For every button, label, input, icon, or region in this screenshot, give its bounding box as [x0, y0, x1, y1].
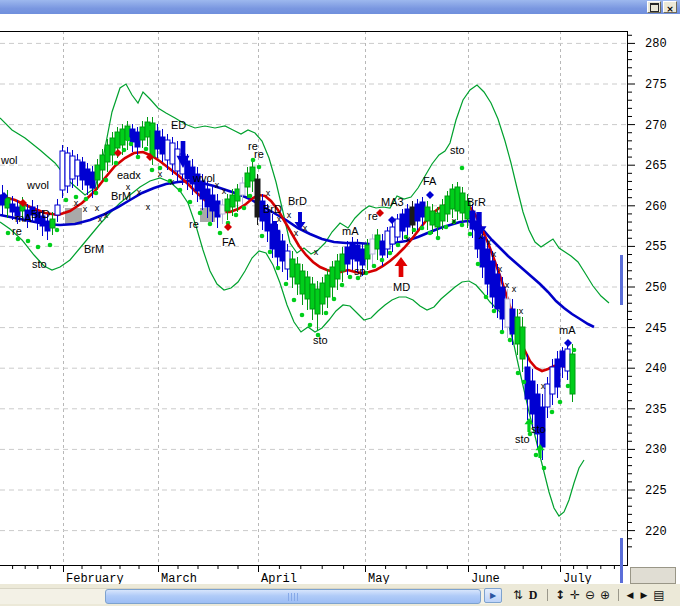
svg-text:BrD: BrD: [31, 208, 50, 220]
svg-text:BrM: BrM: [111, 190, 131, 202]
toolbar-separator: [618, 589, 619, 601]
signal-arrows: [177, 141, 545, 458]
close-icon: ×: [666, 4, 674, 14]
svg-text:BrD: BrD: [263, 203, 282, 215]
bottom-toolbar: ▶ ⇅ D ↕ ✛ ⊖ ⊕ ◀ ▶ ▤: [0, 584, 680, 606]
edge-marker: [620, 538, 623, 583]
right-arrow-icon: ▶: [490, 591, 496, 600]
svg-text:sp: sp: [354, 265, 366, 277]
price-label: 275: [645, 78, 667, 92]
svg-text:x: x: [505, 280, 510, 290]
h-scrollbar-thumb[interactable]: [105, 589, 481, 604]
zoom-out-icon[interactable]: ⊖: [582, 587, 598, 603]
titlebar[interactable]: ×: [0, 0, 680, 14]
svg-text:x: x: [98, 214, 103, 224]
price-label: 260: [645, 200, 667, 214]
daily-period-icon[interactable]: D: [525, 587, 541, 603]
x-axis: FebruaryMarchAprilMayJuneJuly: [0, 565, 628, 586]
scrollbar-grip-icon: [288, 593, 298, 601]
chart-window: × xxxxxxxxxxxxxxxxxxxxxxxxxxxxwolwvolmAB…: [0, 0, 680, 606]
svg-text:x: x: [287, 210, 292, 220]
svg-text:sto: sto: [313, 334, 328, 346]
restore-button[interactable]: [647, 1, 661, 13]
svg-text:sto: sto: [515, 433, 530, 445]
svg-text:x: x: [512, 284, 517, 294]
svg-text:wvol: wvol: [26, 179, 49, 191]
svg-text:MA3: MA3: [381, 196, 404, 208]
svg-text:re: re: [12, 225, 22, 237]
axis-corner-box: [630, 567, 676, 584]
zoom-in-icon[interactable]: ⊕: [597, 587, 613, 603]
svg-text:BrM: BrM: [84, 243, 104, 255]
svg-text:re: re: [368, 210, 378, 222]
price-label: 250: [645, 281, 667, 295]
restore-icon: [650, 3, 659, 12]
svg-text:wvol: wvol: [192, 172, 215, 184]
svg-text:x: x: [519, 306, 524, 316]
svg-text:x: x: [498, 264, 503, 274]
svg-text:re: re: [189, 218, 199, 230]
svg-text:x: x: [314, 247, 319, 257]
svg-text:BrD: BrD: [288, 195, 307, 207]
price-label: 220: [645, 525, 667, 539]
price-label: 225: [645, 484, 667, 498]
svg-text:x: x: [83, 204, 88, 214]
scale-toggle-icon[interactable]: ⇅: [510, 587, 526, 603]
svg-text:x: x: [452, 216, 457, 226]
svg-text:x: x: [137, 187, 142, 197]
price-label: 280: [645, 37, 667, 51]
y-axis: 280275270265260255250245240235230225220: [627, 31, 680, 565]
price-label: 255: [645, 240, 667, 254]
svg-text:x: x: [294, 228, 299, 238]
svg-text:x: x: [74, 198, 79, 208]
svg-text:sto: sto: [531, 423, 546, 435]
next-icon[interactable]: ▶: [636, 587, 652, 603]
svg-text:BrR: BrR: [467, 196, 486, 208]
chart-canvas[interactable]: xxxxxxxxxxxxxxxxxxxxxxxxxxxxwolwvolmABrD…: [0, 31, 628, 565]
svg-text:x: x: [266, 188, 271, 198]
svg-text:x: x: [406, 234, 411, 244]
window-menu-icon[interactable]: ▤: [651, 587, 667, 603]
price-label: 265: [645, 159, 667, 173]
pan-icon[interactable]: ✛: [567, 587, 583, 603]
price-label: 240: [645, 362, 667, 376]
svg-text:mA: mA: [15, 212, 32, 224]
svg-text:MD: MD: [393, 281, 410, 293]
svg-text:FA: FA: [423, 175, 437, 187]
svg-text:x: x: [487, 237, 492, 247]
toolbar-separator: [547, 589, 548, 601]
svg-text:re: re: [254, 148, 264, 160]
close-button[interactable]: ×: [663, 1, 677, 13]
fit-vertical-icon[interactable]: ↕: [552, 587, 568, 603]
svg-text:wol: wol: [0, 154, 18, 166]
h-scrollbar-right-arrow-button[interactable]: ▶: [484, 588, 502, 603]
svg-text:eadx: eadx: [117, 169, 141, 181]
svg-text:sto: sto: [450, 144, 465, 156]
svg-text:x: x: [222, 186, 227, 196]
svg-text:mA: mA: [559, 324, 576, 336]
bollinger-band-lower: [0, 178, 584, 516]
svg-text:x: x: [146, 202, 151, 212]
edge-marker: [620, 255, 623, 305]
price-label: 270: [645, 119, 667, 133]
svg-text:x: x: [492, 249, 497, 259]
svg-text:x: x: [104, 210, 109, 220]
price-label: 235: [645, 403, 667, 417]
svg-text:sto: sto: [32, 258, 47, 270]
svg-text:x: x: [215, 180, 220, 190]
svg-text:x: x: [277, 214, 282, 224]
svg-text:ED: ED: [171, 119, 186, 131]
price-label: 230: [645, 443, 667, 457]
svg-text:FA: FA: [222, 236, 236, 248]
svg-text:x: x: [170, 177, 175, 187]
price-label: 245: [645, 322, 667, 336]
svg-text:x: x: [541, 381, 546, 391]
svg-text:mA: mA: [342, 225, 359, 237]
h-scrollbar-track[interactable]: [0, 588, 502, 604]
svg-text:x: x: [158, 169, 163, 179]
svg-text:x: x: [95, 203, 100, 213]
